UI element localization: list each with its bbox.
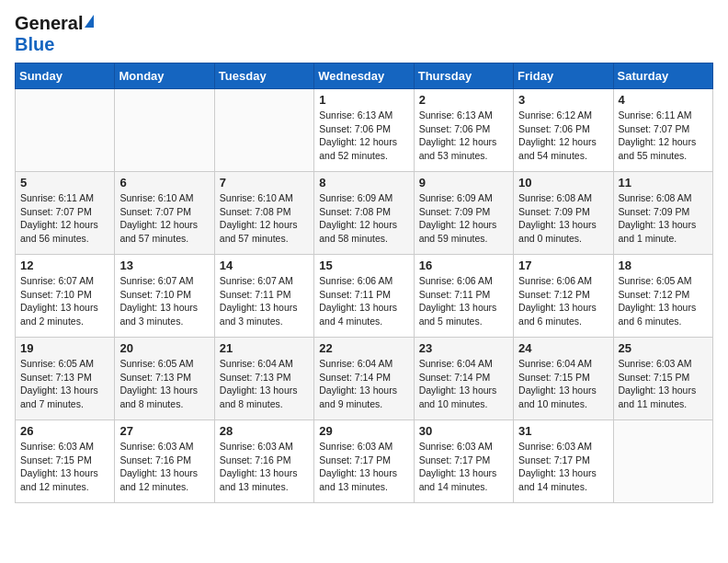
day-cell-16: 16Sunrise: 6:06 AMSunset: 7:11 PMDayligh… <box>414 255 513 338</box>
logo-triangle-icon <box>85 15 94 28</box>
empty-cell <box>16 89 115 172</box>
day-cell-29: 29Sunrise: 6:03 AMSunset: 7:17 PMDayligh… <box>314 420 414 503</box>
day-info: Sunrise: 6:07 AMSunset: 7:10 PMDaylight:… <box>20 274 109 328</box>
empty-cell <box>613 420 712 503</box>
day-info: Sunrise: 6:07 AMSunset: 7:11 PMDaylight:… <box>220 274 309 328</box>
day-number: 31 <box>518 424 608 438</box>
day-cell-20: 20Sunrise: 6:05 AMSunset: 7:13 PMDayligh… <box>115 338 214 420</box>
day-number: 30 <box>419 424 508 438</box>
day-number: 22 <box>319 341 408 355</box>
day-cell-24: 24Sunrise: 6:04 AMSunset: 7:15 PMDayligh… <box>514 338 613 420</box>
day-cell-28: 28Sunrise: 6:03 AMSunset: 7:16 PMDayligh… <box>214 420 313 503</box>
weekday-header-thursday: Thursday <box>414 63 513 89</box>
day-number: 7 <box>220 176 309 190</box>
day-number: 26 <box>20 424 109 438</box>
weekday-header-monday: Monday <box>115 63 214 89</box>
day-cell-17: 17Sunrise: 6:06 AMSunset: 7:12 PMDayligh… <box>514 255 613 338</box>
day-info: Sunrise: 6:08 AMSunset: 7:09 PMDaylight:… <box>619 191 708 246</box>
empty-cell <box>214 89 313 172</box>
day-number: 28 <box>220 424 309 438</box>
day-info: Sunrise: 6:10 AMSunset: 7:08 PMDaylight:… <box>220 191 309 246</box>
day-info: Sunrise: 6:03 AMSunset: 7:15 PMDaylight:… <box>20 440 109 494</box>
day-number: 2 <box>419 93 508 107</box>
day-info: Sunrise: 6:11 AMSunset: 7:07 PMDaylight:… <box>619 109 708 163</box>
day-number: 5 <box>20 176 109 190</box>
weekday-header-row: SundayMondayTuesdayWednesdayThursdayFrid… <box>16 63 713 89</box>
day-number: 27 <box>119 424 209 438</box>
weekday-header-friday: Friday <box>514 63 613 89</box>
day-info: Sunrise: 6:03 AMSunset: 7:17 PMDaylight:… <box>419 440 508 494</box>
day-cell-14: 14Sunrise: 6:07 AMSunset: 7:11 PMDayligh… <box>214 255 313 338</box>
day-cell-31: 31Sunrise: 6:03 AMSunset: 7:17 PMDayligh… <box>514 420 613 503</box>
day-info: Sunrise: 6:05 AMSunset: 7:13 PMDaylight:… <box>20 357 109 411</box>
day-cell-25: 25Sunrise: 6:03 AMSunset: 7:15 PMDayligh… <box>613 338 712 420</box>
day-cell-4: 4Sunrise: 6:11 AMSunset: 7:07 PMDaylight… <box>613 89 712 172</box>
logo-general: General <box>15 13 83 33</box>
day-number: 10 <box>518 176 608 190</box>
day-cell-7: 7Sunrise: 6:10 AMSunset: 7:08 PMDaylight… <box>214 172 313 255</box>
day-info: Sunrise: 6:03 AMSunset: 7:16 PMDaylight:… <box>119 440 209 494</box>
day-cell-11: 11Sunrise: 6:08 AMSunset: 7:09 PMDayligh… <box>613 172 712 255</box>
day-cell-8: 8Sunrise: 6:09 AMSunset: 7:08 PMDaylight… <box>314 172 414 255</box>
day-number: 1 <box>319 93 408 107</box>
day-number: 6 <box>119 176 209 190</box>
day-info: Sunrise: 6:05 AMSunset: 7:13 PMDaylight:… <box>119 357 209 411</box>
week-row-4: 19Sunrise: 6:05 AMSunset: 7:13 PMDayligh… <box>16 338 713 420</box>
day-info: Sunrise: 6:09 AMSunset: 7:08 PMDaylight:… <box>319 191 408 246</box>
day-number: 24 <box>518 341 608 355</box>
empty-cell <box>115 89 214 172</box>
day-cell-1: 1Sunrise: 6:13 AMSunset: 7:06 PMDaylight… <box>314 89 414 172</box>
day-info: Sunrise: 6:09 AMSunset: 7:09 PMDaylight:… <box>419 191 508 246</box>
day-number: 18 <box>619 259 708 272</box>
day-cell-2: 2Sunrise: 6:13 AMSunset: 7:06 PMDaylight… <box>414 89 513 172</box>
day-info: Sunrise: 6:05 AMSunset: 7:12 PMDaylight:… <box>619 274 708 328</box>
day-cell-21: 21Sunrise: 6:04 AMSunset: 7:13 PMDayligh… <box>214 338 313 420</box>
day-cell-9: 9Sunrise: 6:09 AMSunset: 7:09 PMDaylight… <box>414 172 513 255</box>
day-cell-10: 10Sunrise: 6:08 AMSunset: 7:09 PMDayligh… <box>514 172 613 255</box>
weekday-header-sunday: Sunday <box>16 63 115 89</box>
day-cell-23: 23Sunrise: 6:04 AMSunset: 7:14 PMDayligh… <box>414 338 513 420</box>
day-number: 11 <box>619 176 708 190</box>
day-number: 16 <box>419 259 508 272</box>
week-row-3: 12Sunrise: 6:07 AMSunset: 7:10 PMDayligh… <box>16 255 713 338</box>
day-info: Sunrise: 6:11 AMSunset: 7:07 PMDaylight:… <box>20 191 109 246</box>
day-cell-18: 18Sunrise: 6:05 AMSunset: 7:12 PMDayligh… <box>613 255 712 338</box>
day-number: 17 <box>518 259 608 272</box>
day-info: Sunrise: 6:03 AMSunset: 7:16 PMDaylight:… <box>220 440 309 494</box>
day-info: Sunrise: 6:07 AMSunset: 7:10 PMDaylight:… <box>119 274 209 328</box>
logo: General Blue <box>15 13 94 55</box>
day-number: 21 <box>220 341 309 355</box>
day-cell-12: 12Sunrise: 6:07 AMSunset: 7:10 PMDayligh… <box>16 255 115 338</box>
day-cell-27: 27Sunrise: 6:03 AMSunset: 7:16 PMDayligh… <box>115 420 214 503</box>
day-cell-19: 19Sunrise: 6:05 AMSunset: 7:13 PMDayligh… <box>16 338 115 420</box>
day-cell-13: 13Sunrise: 6:07 AMSunset: 7:10 PMDayligh… <box>115 255 214 338</box>
day-info: Sunrise: 6:04 AMSunset: 7:13 PMDaylight:… <box>220 357 309 411</box>
weekday-header-wednesday: Wednesday <box>314 63 414 89</box>
day-number: 3 <box>518 93 608 107</box>
day-cell-22: 22Sunrise: 6:04 AMSunset: 7:14 PMDayligh… <box>314 338 414 420</box>
day-number: 25 <box>619 341 708 355</box>
day-info: Sunrise: 6:12 AMSunset: 7:06 PMDaylight:… <box>518 109 608 163</box>
day-number: 4 <box>619 93 708 107</box>
day-info: Sunrise: 6:13 AMSunset: 7:06 PMDaylight:… <box>419 109 508 163</box>
day-info: Sunrise: 6:03 AMSunset: 7:15 PMDaylight:… <box>619 357 708 411</box>
day-info: Sunrise: 6:06 AMSunset: 7:11 PMDaylight:… <box>419 274 508 328</box>
week-row-1: 1Sunrise: 6:13 AMSunset: 7:06 PMDaylight… <box>16 89 713 172</box>
day-cell-6: 6Sunrise: 6:10 AMSunset: 7:07 PMDaylight… <box>115 172 214 255</box>
day-info: Sunrise: 6:03 AMSunset: 7:17 PMDaylight:… <box>319 440 408 494</box>
day-info: Sunrise: 6:04 AMSunset: 7:14 PMDaylight:… <box>419 357 508 411</box>
day-cell-30: 30Sunrise: 6:03 AMSunset: 7:17 PMDayligh… <box>414 420 513 503</box>
day-number: 19 <box>20 341 109 355</box>
week-row-2: 5Sunrise: 6:11 AMSunset: 7:07 PMDaylight… <box>16 172 713 255</box>
calendar-table: SundayMondayTuesdayWednesdayThursdayFrid… <box>15 63 713 503</box>
day-number: 14 <box>220 259 309 272</box>
day-number: 23 <box>419 341 508 355</box>
logo-blue: Blue <box>15 34 94 55</box>
day-info: Sunrise: 6:03 AMSunset: 7:17 PMDaylight:… <box>518 440 608 494</box>
day-info: Sunrise: 6:13 AMSunset: 7:06 PMDaylight:… <box>319 109 408 163</box>
day-number: 12 <box>20 259 109 272</box>
day-number: 20 <box>119 341 209 355</box>
day-number: 9 <box>419 176 508 190</box>
day-cell-15: 15Sunrise: 6:06 AMSunset: 7:11 PMDayligh… <box>314 255 414 338</box>
day-info: Sunrise: 6:08 AMSunset: 7:09 PMDaylight:… <box>518 191 608 246</box>
